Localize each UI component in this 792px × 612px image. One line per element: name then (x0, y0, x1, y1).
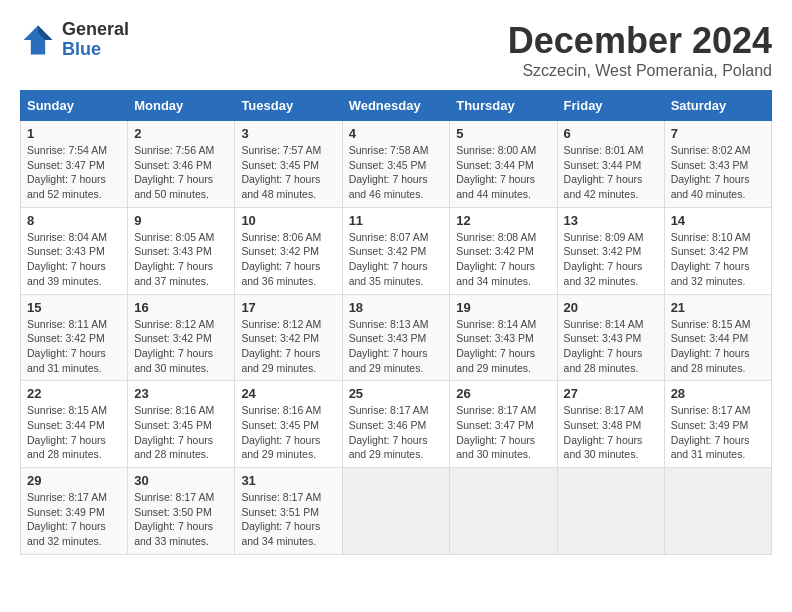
day-info: Sunrise: 8:17 AMSunset: 3:48 PMDaylight:… (564, 403, 658, 462)
day-info: Sunrise: 8:17 AMSunset: 3:49 PMDaylight:… (27, 490, 121, 549)
day-number: 3 (241, 126, 335, 141)
day-info: Sunrise: 8:01 AMSunset: 3:44 PMDaylight:… (564, 143, 658, 202)
header-thursday: Thursday (450, 91, 557, 121)
calendar-cell (342, 468, 450, 555)
day-number: 5 (456, 126, 550, 141)
day-info: Sunrise: 8:10 AMSunset: 3:42 PMDaylight:… (671, 230, 765, 289)
day-info: Sunrise: 8:16 AMSunset: 3:45 PMDaylight:… (134, 403, 228, 462)
calendar-cell: 27 Sunrise: 8:17 AMSunset: 3:48 PMDaylig… (557, 381, 664, 468)
day-number: 31 (241, 473, 335, 488)
day-number: 17 (241, 300, 335, 315)
day-info: Sunrise: 8:17 AMSunset: 3:50 PMDaylight:… (134, 490, 228, 549)
day-number: 15 (27, 300, 121, 315)
day-info: Sunrise: 8:15 AMSunset: 3:44 PMDaylight:… (27, 403, 121, 462)
calendar-cell: 7 Sunrise: 8:02 AMSunset: 3:43 PMDayligh… (664, 121, 771, 208)
day-info: Sunrise: 8:16 AMSunset: 3:45 PMDaylight:… (241, 403, 335, 462)
calendar-cell: 1 Sunrise: 7:54 AMSunset: 3:47 PMDayligh… (21, 121, 128, 208)
day-number: 27 (564, 386, 658, 401)
calendar-cell: 11 Sunrise: 8:07 AMSunset: 3:42 PMDaylig… (342, 207, 450, 294)
day-info: Sunrise: 7:57 AMSunset: 3:45 PMDaylight:… (241, 143, 335, 202)
day-number: 28 (671, 386, 765, 401)
calendar-cell: 12 Sunrise: 8:08 AMSunset: 3:42 PMDaylig… (450, 207, 557, 294)
calendar-week-5: 29 Sunrise: 8:17 AMSunset: 3:49 PMDaylig… (21, 468, 772, 555)
day-info: Sunrise: 8:17 AMSunset: 3:47 PMDaylight:… (456, 403, 550, 462)
calendar-cell: 25 Sunrise: 8:17 AMSunset: 3:46 PMDaylig… (342, 381, 450, 468)
calendar-cell: 17 Sunrise: 8:12 AMSunset: 3:42 PMDaylig… (235, 294, 342, 381)
day-info: Sunrise: 8:05 AMSunset: 3:43 PMDaylight:… (134, 230, 228, 289)
calendar-cell: 6 Sunrise: 8:01 AMSunset: 3:44 PMDayligh… (557, 121, 664, 208)
logo: General Blue (20, 20, 129, 60)
day-number: 20 (564, 300, 658, 315)
logo-blue-text: Blue (62, 40, 129, 60)
day-info: Sunrise: 8:11 AMSunset: 3:42 PMDaylight:… (27, 317, 121, 376)
calendar-cell: 4 Sunrise: 7:58 AMSunset: 3:45 PMDayligh… (342, 121, 450, 208)
header-sunday: Sunday (21, 91, 128, 121)
calendar-cell: 3 Sunrise: 7:57 AMSunset: 3:45 PMDayligh… (235, 121, 342, 208)
header-wednesday: Wednesday (342, 91, 450, 121)
day-number: 29 (27, 473, 121, 488)
calendar-cell: 21 Sunrise: 8:15 AMSunset: 3:44 PMDaylig… (664, 294, 771, 381)
header-friday: Friday (557, 91, 664, 121)
calendar-table: Sunday Monday Tuesday Wednesday Thursday… (20, 90, 772, 555)
day-number: 26 (456, 386, 550, 401)
month-title: December 2024 (508, 20, 772, 62)
calendar-cell: 22 Sunrise: 8:15 AMSunset: 3:44 PMDaylig… (21, 381, 128, 468)
day-number: 30 (134, 473, 228, 488)
calendar-cell: 14 Sunrise: 8:10 AMSunset: 3:42 PMDaylig… (664, 207, 771, 294)
title-area: December 2024 Szczecin, West Pomerania, … (508, 20, 772, 80)
day-number: 25 (349, 386, 444, 401)
day-info: Sunrise: 8:04 AMSunset: 3:43 PMDaylight:… (27, 230, 121, 289)
day-info: Sunrise: 8:17 AMSunset: 3:46 PMDaylight:… (349, 403, 444, 462)
calendar-week-1: 1 Sunrise: 7:54 AMSunset: 3:47 PMDayligh… (21, 121, 772, 208)
day-number: 10 (241, 213, 335, 228)
day-info: Sunrise: 7:54 AMSunset: 3:47 PMDaylight:… (27, 143, 121, 202)
header-tuesday: Tuesday (235, 91, 342, 121)
calendar-week-2: 8 Sunrise: 8:04 AMSunset: 3:43 PMDayligh… (21, 207, 772, 294)
header-saturday: Saturday (664, 91, 771, 121)
day-info: Sunrise: 8:12 AMSunset: 3:42 PMDaylight:… (241, 317, 335, 376)
day-number: 2 (134, 126, 228, 141)
calendar-cell: 23 Sunrise: 8:16 AMSunset: 3:45 PMDaylig… (128, 381, 235, 468)
calendar-cell: 31 Sunrise: 8:17 AMSunset: 3:51 PMDaylig… (235, 468, 342, 555)
day-number: 24 (241, 386, 335, 401)
calendar-cell: 28 Sunrise: 8:17 AMSunset: 3:49 PMDaylig… (664, 381, 771, 468)
weekday-header-row: Sunday Monday Tuesday Wednesday Thursday… (21, 91, 772, 121)
logo-icon (20, 22, 56, 58)
calendar-cell: 2 Sunrise: 7:56 AMSunset: 3:46 PMDayligh… (128, 121, 235, 208)
day-number: 8 (27, 213, 121, 228)
day-info: Sunrise: 8:17 AMSunset: 3:49 PMDaylight:… (671, 403, 765, 462)
day-info: Sunrise: 8:14 AMSunset: 3:43 PMDaylight:… (564, 317, 658, 376)
calendar-week-3: 15 Sunrise: 8:11 AMSunset: 3:42 PMDaylig… (21, 294, 772, 381)
day-info: Sunrise: 8:07 AMSunset: 3:42 PMDaylight:… (349, 230, 444, 289)
day-info: Sunrise: 8:09 AMSunset: 3:42 PMDaylight:… (564, 230, 658, 289)
calendar-cell: 29 Sunrise: 8:17 AMSunset: 3:49 PMDaylig… (21, 468, 128, 555)
calendar-cell: 5 Sunrise: 8:00 AMSunset: 3:44 PMDayligh… (450, 121, 557, 208)
location-title: Szczecin, West Pomerania, Poland (508, 62, 772, 80)
day-number: 16 (134, 300, 228, 315)
day-info: Sunrise: 8:06 AMSunset: 3:42 PMDaylight:… (241, 230, 335, 289)
day-number: 13 (564, 213, 658, 228)
day-number: 6 (564, 126, 658, 141)
day-info: Sunrise: 7:58 AMSunset: 3:45 PMDaylight:… (349, 143, 444, 202)
calendar-cell: 30 Sunrise: 8:17 AMSunset: 3:50 PMDaylig… (128, 468, 235, 555)
day-number: 7 (671, 126, 765, 141)
day-number: 19 (456, 300, 550, 315)
day-info: Sunrise: 8:17 AMSunset: 3:51 PMDaylight:… (241, 490, 335, 549)
calendar-cell: 10 Sunrise: 8:06 AMSunset: 3:42 PMDaylig… (235, 207, 342, 294)
day-info: Sunrise: 8:15 AMSunset: 3:44 PMDaylight:… (671, 317, 765, 376)
calendar-cell: 16 Sunrise: 8:12 AMSunset: 3:42 PMDaylig… (128, 294, 235, 381)
day-number: 22 (27, 386, 121, 401)
day-number: 12 (456, 213, 550, 228)
calendar-cell: 19 Sunrise: 8:14 AMSunset: 3:43 PMDaylig… (450, 294, 557, 381)
calendar-cell (450, 468, 557, 555)
day-info: Sunrise: 8:12 AMSunset: 3:42 PMDaylight:… (134, 317, 228, 376)
calendar-cell: 18 Sunrise: 8:13 AMSunset: 3:43 PMDaylig… (342, 294, 450, 381)
logo-general-text: General (62, 20, 129, 40)
calendar-cell (664, 468, 771, 555)
day-info: Sunrise: 8:00 AMSunset: 3:44 PMDaylight:… (456, 143, 550, 202)
day-info: Sunrise: 8:14 AMSunset: 3:43 PMDaylight:… (456, 317, 550, 376)
day-info: Sunrise: 8:13 AMSunset: 3:43 PMDaylight:… (349, 317, 444, 376)
day-number: 18 (349, 300, 444, 315)
day-number: 23 (134, 386, 228, 401)
day-info: Sunrise: 7:56 AMSunset: 3:46 PMDaylight:… (134, 143, 228, 202)
